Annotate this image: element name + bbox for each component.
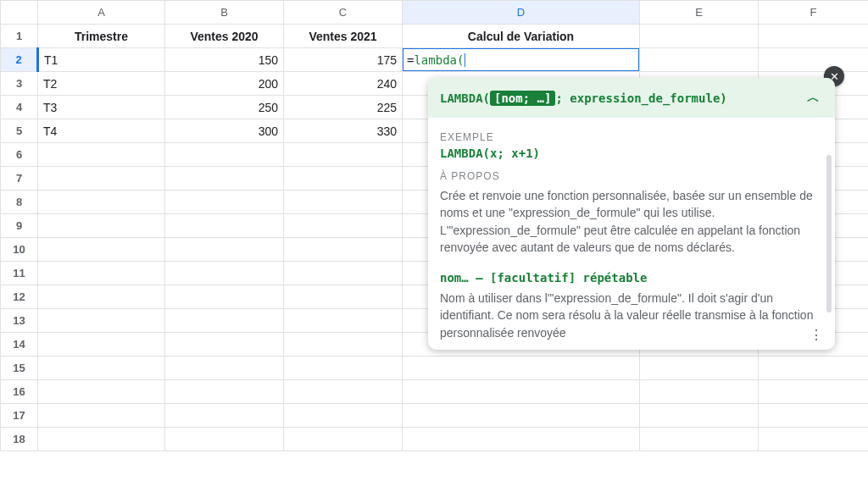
cell-A2[interactable]: T1	[38, 48, 165, 72]
cell-B9[interactable]	[165, 214, 284, 238]
cell-D18[interactable]	[403, 428, 640, 451]
cell-D2[interactable]: =lambda(	[403, 48, 640, 72]
cell-F1[interactable]	[759, 25, 869, 48]
cell-C14[interactable]	[284, 333, 403, 357]
cell-F17[interactable]	[759, 404, 869, 428]
row-header-7[interactable]: 7	[1, 167, 38, 191]
cell-B16[interactable]	[165, 380, 284, 404]
cell-C6[interactable]	[284, 143, 403, 167]
cell-A8[interactable]	[38, 191, 165, 214]
cell-D17[interactable]	[403, 404, 640, 428]
cell-E2[interactable]	[640, 48, 759, 72]
cell-D15[interactable]	[403, 357, 640, 380]
row-header-18[interactable]: 18	[1, 428, 38, 451]
row-header-13[interactable]: 13	[1, 309, 38, 333]
cell-F15[interactable]	[759, 357, 869, 380]
cell-B18[interactable]	[165, 428, 284, 451]
row-header-9[interactable]: 9	[1, 214, 38, 238]
cell-C10[interactable]	[284, 238, 403, 262]
cell-C13[interactable]	[284, 309, 403, 333]
cell-D16[interactable]	[403, 380, 640, 404]
cell-A11[interactable]	[38, 262, 165, 285]
row-header-11[interactable]: 11	[1, 262, 38, 285]
cell-A16[interactable]	[38, 380, 165, 404]
cell-C4[interactable]: 225	[284, 96, 403, 119]
cell-A4[interactable]: T3	[38, 96, 165, 119]
cell-C16[interactable]	[284, 380, 403, 404]
cell-E17[interactable]	[640, 404, 759, 428]
cell-A17[interactable]	[38, 404, 165, 428]
cell-B2[interactable]: 150	[165, 48, 284, 72]
cell-B7[interactable]	[165, 167, 284, 191]
cell-A7[interactable]	[38, 167, 165, 191]
row-header-3[interactable]: 3	[1, 72, 38, 96]
cell-E15[interactable]	[640, 357, 759, 380]
cell-A12[interactable]	[38, 285, 165, 309]
cell-A1[interactable]: Trimestre	[38, 25, 165, 48]
column-header-B[interactable]: B	[165, 1, 284, 25]
cell-C5[interactable]: 330	[284, 119, 403, 143]
cell-C7[interactable]	[284, 167, 403, 191]
more-options-icon[interactable]: ⋮	[806, 324, 826, 345]
cell-F2[interactable]	[759, 48, 869, 72]
row-header-12[interactable]: 12	[1, 285, 38, 309]
column-header-A[interactable]: A	[38, 1, 165, 25]
cell-C12[interactable]	[284, 285, 403, 309]
cell-C18[interactable]	[284, 428, 403, 451]
cell-B3[interactable]: 200	[165, 72, 284, 96]
cell-D1[interactable]: Calcul de Variation	[403, 25, 640, 48]
row-header-1[interactable]: 1	[1, 25, 38, 48]
cell-A13[interactable]	[38, 309, 165, 333]
cell-A14[interactable]	[38, 333, 165, 357]
column-header-C[interactable]: C	[284, 1, 403, 25]
cell-B17[interactable]	[165, 404, 284, 428]
formula-input[interactable]: =lambda(	[403, 48, 640, 72]
cell-C2[interactable]: 175	[284, 48, 403, 72]
cell-B13[interactable]	[165, 309, 284, 333]
cell-B6[interactable]	[165, 143, 284, 167]
cell-B10[interactable]	[165, 238, 284, 262]
cell-C8[interactable]	[284, 191, 403, 214]
cell-B4[interactable]: 250	[165, 96, 284, 119]
cell-B1[interactable]: Ventes 2020	[165, 25, 284, 48]
row-header-8[interactable]: 8	[1, 191, 38, 214]
cell-A6[interactable]	[38, 143, 165, 167]
row-header-5[interactable]: 5	[1, 119, 38, 143]
cell-C11[interactable]	[284, 262, 403, 285]
column-header-E[interactable]: E	[640, 1, 759, 25]
cell-C17[interactable]	[284, 404, 403, 428]
cell-A5[interactable]: T4	[38, 119, 165, 143]
row-header-14[interactable]: 14	[1, 333, 38, 357]
column-header-D[interactable]: D	[403, 1, 640, 25]
cell-B14[interactable]	[165, 333, 284, 357]
cell-A15[interactable]	[38, 357, 165, 380]
select-all-corner[interactable]	[1, 1, 38, 25]
cell-F18[interactable]	[759, 428, 869, 451]
cell-E18[interactable]	[640, 428, 759, 451]
row-header-16[interactable]: 16	[1, 380, 38, 404]
cell-C15[interactable]	[284, 357, 403, 380]
cell-B8[interactable]	[165, 191, 284, 214]
row-header-4[interactable]: 4	[1, 96, 38, 119]
cell-F16[interactable]	[759, 380, 869, 404]
cell-A10[interactable]	[38, 238, 165, 262]
cell-B15[interactable]	[165, 357, 284, 380]
cell-A18[interactable]	[38, 428, 165, 451]
cell-E16[interactable]	[640, 380, 759, 404]
row-header-17[interactable]: 17	[1, 404, 38, 428]
cell-A9[interactable]	[38, 214, 165, 238]
row-header-2[interactable]: 2	[1, 48, 38, 72]
cell-B5[interactable]: 300	[165, 119, 284, 143]
cell-B11[interactable]	[165, 262, 284, 285]
column-header-F[interactable]: F	[759, 1, 869, 25]
row-header-6[interactable]: 6	[1, 143, 38, 167]
cell-C9[interactable]	[284, 214, 403, 238]
cell-B12[interactable]	[165, 285, 284, 309]
collapse-help-icon[interactable]: ︿	[804, 86, 823, 109]
row-header-15[interactable]: 15	[1, 357, 38, 380]
row-header-10[interactable]: 10	[1, 238, 38, 262]
cell-E1[interactable]	[640, 25, 759, 48]
cell-A3[interactable]: T2	[38, 72, 165, 96]
cell-C3[interactable]: 240	[284, 72, 403, 96]
cell-C1[interactable]: Ventes 2021	[284, 25, 403, 48]
